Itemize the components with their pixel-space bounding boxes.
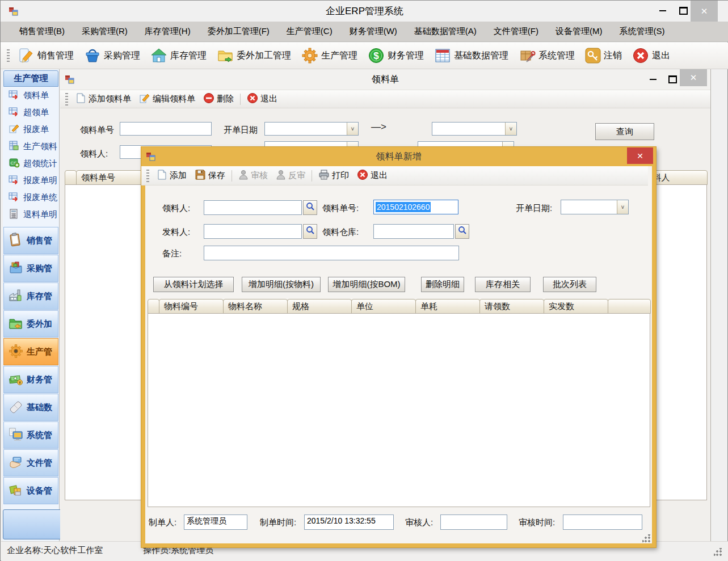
exit-requisition-button[interactable]: 退出 — [243, 92, 281, 106]
sidebar-item-over-requisition[interactable]: 超领单 — [3, 104, 59, 121]
menu-inventory[interactable]: 库存管理(H) — [136, 24, 199, 40]
toolbar-logout[interactable]: 注销 — [580, 44, 627, 67]
group-outsourcing[interactable]: 委外加 — [3, 310, 58, 338]
order-no-input[interactable]: 201502102660 — [373, 200, 458, 214]
sidebar-item-return-detail[interactable]: 退料单明 — [3, 206, 59, 223]
child-maximize-button[interactable] — [663, 71, 682, 88]
creator-input[interactable]: 系统管理员 — [184, 514, 247, 530]
menu-sales[interactable]: 销售管理(B) — [11, 24, 73, 40]
edit-requisition-button[interactable]: 编辑领料单 — [135, 92, 199, 106]
column-spec[interactable]: 规格 — [287, 299, 352, 314]
batch-list-button[interactable]: 批次列表 — [543, 277, 596, 292]
combo-arrow-icon[interactable]: ˅ — [505, 123, 516, 135]
toolbar-outsourcing[interactable]: 委外加工管理 — [212, 44, 296, 67]
warehouse-lookup-button[interactable] — [455, 224, 469, 239]
menu-file[interactable]: 文件管理(F) — [485, 24, 547, 40]
detail-grid-header: 物料编号 物料名称 规格 单位 单耗 请领数 实发数 — [148, 299, 650, 314]
select-from-plan-button[interactable]: 从领料计划选择 — [153, 277, 234, 292]
date-from-combo[interactable]: ˅ — [264, 122, 359, 136]
column-material-name[interactable]: 物料名称 — [223, 299, 288, 314]
dialog-exit-button[interactable]: 退出 — [353, 169, 392, 182]
menu-purchase[interactable]: 采购管理(R) — [73, 24, 136, 40]
menu-equipment[interactable]: 设备管理(M) — [547, 24, 611, 40]
group-inventory[interactable]: 库存管 — [3, 282, 58, 310]
column-unit[interactable]: 单位 — [351, 299, 416, 314]
date-to-combo[interactable]: ˅ — [432, 122, 517, 136]
group-finance[interactable]: ¥ 财务管 — [3, 366, 58, 393]
order-no-filter-input[interactable] — [120, 122, 212, 136]
toolbar-sales[interactable]: 销售管理 — [12, 44, 79, 67]
child-minimize-button[interactable] — [643, 71, 663, 88]
combo-arrow-icon[interactable]: ˅ — [347, 123, 358, 135]
menu-basic-data[interactable]: 基础数据管理(A) — [406, 24, 485, 40]
gear-icon — [301, 47, 318, 64]
dialog-titlebar: 领料单新增 ✕ — [141, 147, 656, 166]
column-material-no[interactable]: 物料编号 — [159, 299, 224, 314]
sidebar-item-over-requisition-stats[interactable]: CS 超领统计 — [3, 155, 59, 172]
query-button[interactable]: 查询 — [595, 123, 654, 140]
delete-detail-button[interactable]: 删除明细 — [421, 277, 464, 292]
column-requested-qty[interactable]: 请领数 — [479, 299, 544, 314]
table-icon — [434, 47, 451, 64]
create-time-input[interactable]: 2015/2/10 13:32:55 — [304, 514, 394, 530]
issuer-lookup-button[interactable] — [303, 224, 317, 239]
toolbar-exit[interactable]: 退出 — [627, 44, 675, 67]
column-unit-usage[interactable]: 单耗 — [415, 299, 480, 314]
toolbar-production[interactable]: 生产管理 — [296, 44, 363, 67]
column-issued-qty[interactable]: 实发数 — [544, 299, 608, 314]
group-equipment[interactable]: 设备管 — [3, 477, 58, 504]
add-requisition-button[interactable]: 添加领料单 — [71, 92, 135, 106]
dialog-resize-grip[interactable] — [642, 534, 650, 542]
open-date-combo[interactable]: ˅ — [561, 200, 629, 214]
detail-grid-body[interactable] — [148, 313, 650, 507]
close-button[interactable]: ✕ — [691, 1, 718, 22]
menu-production[interactable]: 生产管理(C) — [278, 24, 341, 40]
sidebar-item-scrap-order[interactable]: 报废单 — [3, 121, 59, 138]
resize-grip[interactable] — [714, 548, 722, 556]
minimize-button[interactable] — [653, 2, 672, 19]
menu-outsourcing[interactable]: 委外加工管理(F) — [199, 24, 278, 40]
inventory-related-button[interactable]: 库存相关 — [475, 277, 531, 292]
issuer-input[interactable] — [204, 224, 302, 239]
picker-input[interactable] — [204, 200, 302, 215]
sidebar-item-production-requisition[interactable]: 生产领料 — [3, 138, 59, 155]
toolbar-finance[interactable]: $ 财务管理 — [363, 44, 429, 67]
erp-main-window: 企业ERP管理系统 ✕ 销售管理(B) 采购管理(R) 库存管理(H) 委外加工… — [0, 0, 728, 561]
menu-finance[interactable]: 财务管理(W) — [341, 24, 406, 40]
sidebar-item-scrap-detail[interactable]: 报废单明 — [3, 172, 59, 189]
tools-icon — [519, 47, 536, 64]
sidebar-item-material-requisition[interactable]: 领料单 — [3, 87, 59, 104]
main-toolbar: 销售管理 采购管理 库存管理 委外加工管理 生产管理 $ 财务管理 基础数据管理 — [1, 43, 728, 69]
group-basic-data[interactable]: 基础数 — [3, 394, 58, 421]
menu-bar: 销售管理(B) 采购管理(R) 库存管理(H) 委外加工管理(F) 生产管理(C… — [1, 22, 728, 42]
warehouse-input[interactable] — [373, 224, 454, 239]
toolbar-purchase[interactable]: 采购管理 — [79, 44, 145, 67]
child-close-button[interactable]: ✕ — [680, 69, 707, 86]
dialog-print-button[interactable]: 打印 — [314, 169, 353, 182]
sidebar-item-scrap-stats[interactable]: 报废单统 — [3, 189, 59, 206]
group-purchase[interactable]: 采购管 — [3, 255, 58, 282]
group-sales[interactable]: 销售管 — [3, 227, 58, 254]
toolbar-basic-data[interactable]: 基础数据管理 — [429, 44, 514, 67]
delete-requisition-button[interactable]: 删除 — [199, 92, 238, 106]
add-detail-by-bom-button[interactable]: 增加明细(按BOM) — [328, 277, 405, 292]
date-range-arrow: —> — [371, 121, 386, 133]
auditor-input[interactable] — [440, 514, 507, 530]
remark-input[interactable] — [204, 246, 459, 260]
combo-arrow-icon[interactable]: ˅ — [617, 200, 628, 214]
new-doc-icon — [156, 169, 167, 182]
audit-time-input[interactable] — [563, 514, 642, 530]
group-file[interactable]: 文件管 — [3, 449, 58, 476]
maximize-button[interactable] — [674, 2, 693, 19]
dialog-add-button[interactable]: 添加 — [152, 169, 191, 182]
add-detail-by-material-button[interactable]: 增加明细(按物料) — [242, 277, 321, 292]
group-system[interactable]: 系统管 — [3, 421, 58, 449]
toolbar-inventory[interactable]: 库存管理 — [145, 44, 212, 67]
dialog-save-button[interactable]: 保存 — [191, 169, 229, 182]
dialog-close-button[interactable]: ✕ — [627, 147, 653, 164]
picker-lookup-button[interactable] — [303, 200, 317, 215]
pencil-paper-icon — [18, 47, 35, 64]
menu-system[interactable]: 系统管理(S) — [611, 24, 673, 40]
toolbar-system[interactable]: 系统管理 — [514, 44, 580, 67]
group-production[interactable]: 生产管 — [3, 338, 58, 365]
